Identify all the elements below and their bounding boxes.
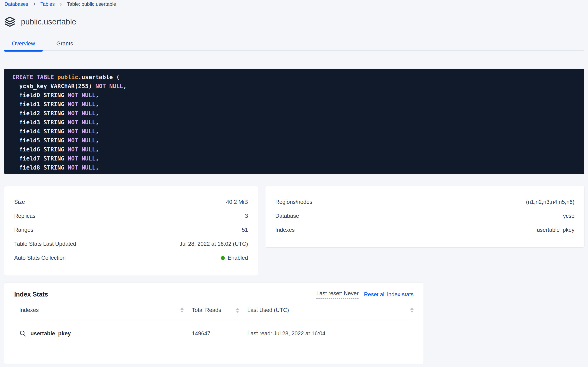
stat-label: Database [275,213,299,219]
sql-token: NOT NULL [96,83,123,90]
sql-token: , [123,83,127,90]
sql-token: , [96,128,99,135]
page-title-row: public.usertable [4,16,76,27]
stat-row: Replicas3 [4,209,258,223]
table-topology-card: Regions/nodes(n1,n2,n3,n4,n5,n6)Database… [265,186,585,248]
last-reset-label[interactable]: Last reset: Never [316,290,359,299]
sql-code-line: CREATE TABLE public.usertable ( [12,73,578,82]
sql-token: field8 STRING [12,164,68,171]
sql-code-line: field4 STRING NOT NULL, [12,127,578,136]
column-header-last-used[interactable]: Last Used (UTC) [247,307,414,313]
active-tab-indicator [4,50,43,51]
index-stats-title: Index Stats [14,291,48,298]
sql-code-line: field2 STRING NOT NULL, [12,109,578,118]
sort-arrows-icon [180,308,184,313]
sql-code-line: field0 STRING NOT NULL, [12,91,578,100]
stat-label: Replicas [14,213,35,219]
stat-label: Auto Stats Collection [14,255,66,261]
sql-token: , [96,146,99,153]
stat-row: Size40.2 MiB [4,195,258,209]
sort-arrows-icon [236,308,239,313]
stat-row: Table Stats Last UpdatedJul 28, 2022 at … [4,237,258,251]
sort-arrows-icon [410,308,414,313]
stat-value: usertable_pkey [537,227,574,233]
sql-token: NOT NULL [68,137,96,144]
sql-token: CREATE TABLE [12,74,57,81]
sql-code-line: field9 STRING NOT NULL, [12,172,578,174]
index-stats-table-header: Indexes Total Reads Last Used (UTC) [19,300,414,320]
stat-label: Indexes [275,227,295,233]
sql-code-line: field6 STRING NOT NULL, [12,145,578,154]
sql-token: , [96,164,99,171]
stat-label: Size [14,199,25,205]
sql-token: field9 STRING [12,173,68,174]
sql-token: NOT NULL [68,110,96,117]
sql-token: NOT NULL [68,173,96,174]
sql-token: field7 STRING [12,155,68,162]
total-reads-value: 149647 [192,330,210,337]
tab-grants[interactable]: Grants [43,38,87,49]
stat-row: Auto Stats CollectionEnabled [4,251,258,265]
sql-token: , [96,119,99,126]
sql-token: , [96,101,99,108]
sql-code-line: field7 STRING NOT NULL, [12,154,578,163]
sql-token: field2 STRING [12,110,68,117]
tab-overview[interactable]: Overview [4,38,43,49]
page-title: public.usertable [21,17,76,26]
stat-label: Ranges [14,227,33,233]
index-name-cell: usertable_pkey [19,330,184,337]
sql-token: field5 STRING [12,137,68,144]
sql-token: , [96,92,99,99]
chevron-right-icon [32,2,36,6]
index-stats-card: Index Stats Last reset: Never Reset all … [4,283,423,364]
breadcrumb-current-page: Table: public.usertable [67,1,116,7]
create-table-sql-block: CREATE TABLE public.usertable ( ycsb_key… [4,69,584,174]
chevron-right-icon [59,2,63,6]
index-stats-row: usertable_pkey149647Last read: Jul 28, 2… [19,320,414,347]
tab-bar: Overview Grants [4,38,584,52]
layers-icon [4,16,16,27]
column-header-indexes[interactable]: Indexes [19,307,184,313]
stat-value: 3 [245,213,248,219]
sql-code-line: field8 STRING NOT NULL, [12,163,578,172]
total-reads-cell: 149647 [192,330,239,337]
sql-token: public [57,74,78,81]
stat-row: Databaseycsb [265,209,584,223]
stat-row: Indexesusertable_pkey [265,223,584,237]
sql-token: , [96,173,99,174]
table-details-card: Size40.2 MiBReplicas3Ranges51Table Stats… [4,186,258,276]
stat-row: Regions/nodes(n1,n2,n3,n4,n5,n6) [265,195,584,209]
status-dot-green [221,256,225,260]
sql-token: NOT NULL [68,119,96,126]
sql-token: NOT NULL [68,146,96,153]
sql-token: field6 STRING [12,146,68,153]
sql-token: NOT NULL [68,101,96,108]
stat-row: Ranges51 [4,223,258,237]
stat-value: Jul 28, 2022 at 16:02 (UTC) [180,241,248,247]
sql-code-line: field3 STRING NOT NULL, [12,118,578,127]
tab-bar-rule [4,50,584,51]
sql-token: field4 STRING [12,128,68,135]
stat-value: 51 [242,227,248,233]
sql-code-line: field5 STRING NOT NULL, [12,136,578,145]
sql-token: field1 STRING [12,101,68,108]
reset-all-index-stats-link[interactable]: Reset all index stats [364,291,414,298]
stat-value: Enabled [221,255,248,261]
index-name-link[interactable]: usertable_pkey [19,330,71,337]
breadcrumb-tables-link[interactable]: Tables [41,1,55,7]
stat-value: 40.2 MiB [226,199,248,205]
sql-code-line: ycsb_key VARCHAR(255) NOT NULL, [12,82,578,91]
breadcrumb-databases-link[interactable]: Databases [5,1,28,7]
index-name-text: usertable_pkey [30,330,71,337]
sql-token: .usertable ( [78,74,120,81]
breadcrumb: Databases Tables Table: public.usertable [5,1,116,7]
column-header-total-reads[interactable]: Total Reads [192,307,239,313]
sql-token: , [96,110,99,117]
sql-token: NOT NULL [68,164,96,171]
sql-token: field3 STRING [12,119,68,126]
sql-token: , [96,137,99,144]
sql-token: NOT NULL [68,128,96,135]
last-used-value: Last read: Jul 28, 2022 at 16:04 [247,330,325,337]
sql-code-line: field1 STRING NOT NULL, [12,100,578,109]
stat-label: Regions/nodes [275,199,312,205]
